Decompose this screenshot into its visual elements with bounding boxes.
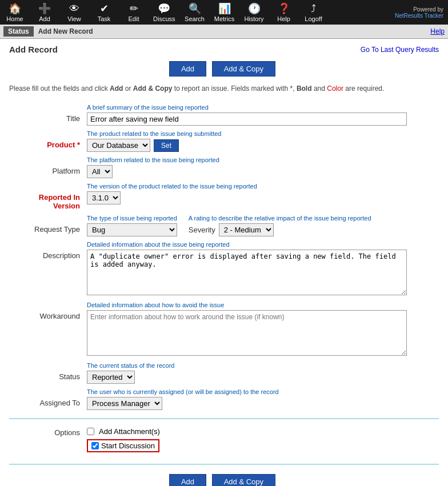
workaround-field-cell: Detailed information about how to avoid … [83, 299, 439, 360]
view-icon: 👁 [69, 3, 79, 15]
severity-label: Severity [189, 226, 215, 234]
powered-by-text: Powered by [395, 6, 443, 13]
subnav-help[interactable]: Help [430, 27, 445, 35]
request-severity-row: The type of issue being reported Bug A r… [87, 215, 435, 236]
severity-inner: Severity 2 - Medium [189, 223, 371, 236]
edit-icon: ✏ [130, 2, 138, 15]
start-discussion-label[interactable]: Start Discussion [101, 441, 155, 450]
platform-label: Platform [9, 154, 83, 180]
description-row: Description Detailed information about t… [9, 239, 439, 299]
product-label: Product * [9, 128, 83, 154]
workaround-row: Workaround Detailed information about ho… [9, 299, 439, 360]
nav-edit[interactable]: ✏ Edit [123, 2, 144, 22]
history-icon: 🕐 [248, 2, 261, 15]
top-button-row: Add Add & Copy [9, 61, 439, 77]
description-textarea[interactable]: A "duplicate owner" error is displayed a… [87, 250, 407, 295]
powered-by: Powered by NetResults Tracker [395, 6, 443, 19]
product-row: Product * The product related to the iss… [9, 128, 439, 154]
go-to-last-link[interactable]: Go To Last Query Results [361, 46, 439, 54]
search-icon: 🔍 [189, 2, 201, 15]
status-select[interactable]: Reported [87, 371, 135, 384]
nav-metrics-label: Metrics [214, 15, 234, 22]
title-row: Title A brief summary of the issue being… [9, 102, 439, 128]
nav-task[interactable]: ✔ Task [94, 2, 114, 22]
request-type-field-cell: The type of issue being reported Bug A r… [83, 212, 439, 239]
assigned-to-row: Assigned To The user who is currently as… [9, 386, 439, 412]
nav-history[interactable]: 🕐 History [244, 2, 265, 22]
start-discussion-checkbox[interactable] [91, 442, 99, 449]
status-label: Status [9, 360, 83, 386]
discuss-icon: 💬 [158, 2, 170, 15]
options-label: Options [9, 425, 83, 458]
platform-select[interactable]: All [87, 165, 113, 178]
nav-discuss-label: Discuss [153, 15, 175, 22]
nav-view[interactable]: 👁 View [64, 3, 85, 22]
title-hint: A brief summary of the issue being repor… [87, 104, 435, 111]
bottom-button-row: Add Add & Copy [9, 474, 439, 486]
nav-home-label: Home [6, 15, 23, 22]
bottom-divider [9, 464, 439, 465]
start-discussion-row: Start Discussion [87, 439, 435, 452]
request-type-row: Request Type The type of issue being rep… [9, 212, 439, 239]
nav-home[interactable]: 🏠 Home [5, 2, 25, 22]
workaround-label: Workaround [9, 299, 83, 360]
severity-group: A rating to describe the relative impact… [189, 215, 371, 236]
top-nav: 🏠 Home ➕ Add 👁 View ✔ Task ✏ Edit 💬 Disc… [0, 0, 448, 25]
add-attachment-checkbox[interactable] [87, 428, 94, 435]
nav-edit-label: Edit [129, 15, 139, 22]
nav-logoff[interactable]: ⤴ Logoff [303, 3, 324, 22]
platform-row: Platform The platform related to the iss… [9, 154, 439, 180]
severity-select[interactable]: 2 - Medium [219, 223, 274, 236]
options-table: Options Add Attachment(s) Start Discussi… [9, 425, 439, 458]
workaround-hint: Detailed information about how to avoid … [87, 302, 435, 308]
request-type-label: Request Type [9, 212, 83, 239]
subnav-add-new[interactable]: Add New Record [34, 26, 98, 37]
nav-logoff-label: Logoff [305, 15, 322, 22]
request-type-group: The type of issue being reported Bug [87, 215, 177, 236]
title-input[interactable] [87, 113, 407, 126]
instructions-text: Please fill out the fields and click Add… [9, 85, 384, 93]
set-button[interactable]: Set [154, 139, 179, 152]
title-label: Title [9, 102, 83, 128]
subnav-status[interactable]: Status [3, 26, 34, 37]
product-select[interactable]: Our Database [87, 139, 150, 152]
add-copy-button-bottom[interactable]: Add & Copy [212, 474, 275, 486]
nav-view-label: View [67, 15, 81, 22]
page-content: Add Record Go To Last Query Results Add … [0, 39, 448, 486]
assigned-to-label: Assigned To [9, 386, 83, 412]
nav-add[interactable]: ➕ Add [34, 2, 55, 22]
form-table: Title A brief summary of the issue being… [9, 102, 439, 412]
logoff-icon: ⤴ [311, 3, 316, 15]
status-field-cell: The current status of the record Reporte… [83, 360, 439, 386]
nav-add-label: Add [39, 15, 50, 22]
nav-discuss[interactable]: 💬 Discuss [153, 2, 175, 22]
add-button-bottom[interactable]: Add [169, 474, 206, 486]
add-copy-button-top[interactable]: Add & Copy [212, 61, 275, 77]
nav-search[interactable]: 🔍 Search [185, 2, 205, 22]
request-type-hint: The type of issue being reported [87, 215, 177, 222]
tracker-link[interactable]: NetResults Tracker [395, 13, 443, 19]
assigned-select[interactable]: Process Manager [87, 397, 162, 410]
status-row: Status The current status of the record … [9, 360, 439, 386]
nav-search-label: Search [185, 15, 205, 22]
product-row-inner: Our Database Set [87, 139, 435, 152]
page-title: Add Record [9, 45, 58, 54]
options-divider [9, 418, 439, 419]
request-type-select[interactable]: Bug [87, 223, 177, 236]
sub-nav: Status Add New Record Help [0, 25, 448, 39]
nav-help[interactable]: ❓ Help [274, 2, 294, 22]
add-button-top[interactable]: Add [169, 61, 206, 77]
nav-history-label: History [244, 15, 263, 22]
workaround-textarea[interactable] [87, 310, 407, 356]
add-icon: ➕ [38, 2, 51, 15]
version-select[interactable]: 3.1.0 [87, 191, 121, 204]
add-attachment-label[interactable]: Add Attachment(s) [99, 427, 160, 436]
nav-help-label: Help [277, 15, 290, 22]
status-hint: The current status of the record [87, 362, 435, 369]
home-icon: 🏠 [9, 2, 21, 15]
help-icon: ❓ [278, 2, 290, 15]
description-hint: Detailed information about the issue bei… [87, 241, 435, 248]
nav-metrics[interactable]: 📊 Metrics [214, 2, 235, 22]
platform-field-cell: The platform related to the issue being … [83, 154, 439, 180]
version-row: Reported In Version The version of the p… [9, 180, 439, 212]
